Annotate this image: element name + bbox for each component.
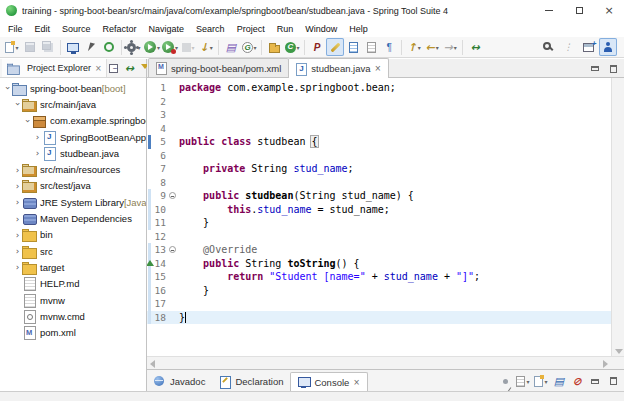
code-text[interactable]: [179, 230, 624, 244]
tree-item-springbootbeanapplication-java[interactable]: ›SpringBootBeanApplication.java: [0, 129, 146, 145]
tree-item-src-test-java[interactable]: ›src/test/java: [0, 178, 146, 194]
code-line-9[interactable]: 9 public studbean(String stud_name) {: [147, 189, 624, 203]
code-text[interactable]: private String stud_name;: [179, 162, 624, 176]
chevron-collapsed-icon[interactable]: ›: [13, 246, 22, 256]
code-line-15[interactable]: 15 return "Student [name=" + stud_name +…: [147, 270, 624, 284]
minimize-view-icon[interactable]: [588, 62, 601, 75]
collapse-all-icon[interactable]: [107, 62, 120, 75]
chevron-expanded-icon[interactable]: ›: [3, 84, 13, 93]
link-with-editor-icon[interactable]: [123, 62, 136, 75]
code-text[interactable]: package com.example.springboot.bean;: [179, 81, 624, 95]
code-line-14[interactable]: 14 public String toString() {: [147, 257, 624, 271]
dropdown-arrow-icon[interactable]: ▾: [544, 378, 547, 385]
tree-item-jre-system-library[interactable]: ›JRE System Library [JavaSE-11]: [0, 194, 146, 210]
dropdown-arrow-icon[interactable]: ▾: [15, 44, 18, 51]
code-text[interactable]: public String toString() {: [179, 257, 624, 271]
code-line-18[interactable]: 18}: [147, 311, 624, 325]
code-text[interactable]: [179, 108, 624, 122]
chevron-collapsed-icon[interactable]: ›: [13, 262, 22, 272]
maximize-view-icon[interactable]: [607, 62, 620, 75]
code-line-7[interactable]: 7 private String stud_name;: [147, 162, 624, 176]
close-tab-icon[interactable]: ×: [375, 64, 382, 73]
code-line-4[interactable]: 4: [147, 122, 624, 136]
search-icon[interactable]: [539, 38, 557, 56]
open-console-icon[interactable]: [64, 38, 82, 56]
code-line-8[interactable]: 8: [147, 176, 624, 190]
close-view-icon[interactable]: ×: [95, 64, 102, 73]
tree-item-mvnw[interactable]: mvnw: [0, 292, 146, 308]
pin-console-icon[interactable]: [498, 374, 512, 388]
menu-project[interactable]: Project: [231, 23, 271, 35]
dropdown-arrow-icon[interactable]: ▾: [157, 44, 160, 51]
scroll-down-icon[interactable]: [615, 349, 623, 354]
close-tab-icon[interactable]: ×: [353, 378, 360, 387]
dropdown-arrow-icon[interactable]: ▾: [297, 44, 300, 51]
chevron-collapsed-icon[interactable]: ›: [13, 230, 22, 240]
tree-item-maven-dependencies[interactable]: ›Maven Dependencies: [0, 210, 146, 226]
code-line-1[interactable]: 1package com.example.springboot.bean;: [147, 81, 624, 95]
scroll-left-icon[interactable]: [150, 360, 155, 368]
mark-occurrences-icon[interactable]: [326, 38, 344, 56]
chevron-collapsed-icon[interactable]: ›: [13, 197, 22, 207]
chevron-expanded-icon[interactable]: ›: [23, 116, 33, 125]
menu-edit[interactable]: Edit: [29, 23, 57, 35]
menu-refactor[interactable]: Refactor: [97, 23, 143, 35]
code-text[interactable]: return "Student [name=" + stud_name + "]…: [179, 270, 624, 284]
profile-icon[interactable]: ▾: [161, 38, 179, 56]
code-text[interactable]: @Override: [179, 243, 624, 257]
code-area[interactable]: 1package com.example.springboot.bean;234…: [147, 78, 624, 356]
dropdown-arrow-icon[interactable]: ▾: [254, 44, 257, 51]
dropdown-arrow-icon[interactable]: ▾: [526, 378, 529, 385]
back-history-icon[interactable]: ▾: [423, 38, 441, 56]
chevron-collapsed-icon[interactable]: ›: [33, 132, 42, 142]
code-line-12[interactable]: 12: [147, 230, 624, 244]
code-text[interactable]: }: [179, 284, 624, 298]
scroll-right-icon[interactable]: [603, 360, 608, 368]
show-whitespace-icon[interactable]: [380, 38, 398, 56]
code-line-2[interactable]: 2: [147, 95, 624, 109]
dropdown-arrow-icon[interactable]: ▾: [192, 44, 195, 51]
display-selected-console-icon[interactable]: ▾: [516, 374, 530, 388]
code-editor[interactable]: 1package com.example.springboot.bean;234…: [147, 78, 624, 369]
minimize-view-icon[interactable]: [588, 374, 602, 388]
code-line-3[interactable]: 3: [147, 108, 624, 122]
fold-collapse-icon[interactable]: [169, 246, 176, 253]
code-text[interactable]: [179, 297, 624, 311]
menu-source[interactable]: Source: [56, 23, 97, 35]
open-task-icon[interactable]: [362, 38, 380, 56]
tree-item-pom-xml[interactable]: pom.xml: [0, 324, 146, 340]
vertical-scrollbar[interactable]: [611, 78, 624, 356]
code-text[interactable]: }: [179, 311, 624, 325]
dropdown-arrow-icon[interactable]: ▾: [137, 44, 140, 51]
menu-run[interactable]: Run: [271, 23, 300, 35]
new-wizard-icon[interactable]: ▾: [3, 38, 21, 56]
code-text[interactable]: public studbean(String stud_name) {: [179, 189, 624, 203]
chevron-collapsed-icon[interactable]: ›: [13, 165, 22, 175]
tree-item-help-md[interactable]: HELP.md: [0, 276, 146, 292]
debug-icon[interactable]: ▾: [125, 38, 143, 56]
minimize-button[interactable]: [534, 0, 564, 21]
tree-item-mvnw-cmd[interactable]: mvnw.cmd: [0, 308, 146, 324]
tree-item-studbean-java[interactable]: ›studbean.java: [0, 145, 146, 161]
maximize-button[interactable]: [564, 0, 594, 21]
forward-history-icon[interactable]: ▾: [441, 38, 459, 56]
tree-item-bin[interactable]: ›bin: [0, 227, 146, 243]
dropdown-arrow-icon[interactable]: ▾: [454, 44, 457, 51]
stack-trace-console-icon[interactable]: [552, 374, 566, 388]
tree-item-src[interactable]: ›src: [0, 243, 146, 259]
dropdown-arrow-icon[interactable]: ▾: [210, 44, 213, 51]
fold-collapse-icon[interactable]: [169, 192, 176, 199]
code-line-16[interactable]: 16 }: [147, 284, 624, 298]
tab-declaration[interactable]: Declaration: [212, 372, 290, 391]
coverage-icon[interactable]: ▾: [240, 38, 258, 56]
tree-item-target[interactable]: ›target: [0, 259, 146, 275]
tab-javadoc[interactable]: Javadoc: [147, 372, 212, 391]
editor-tab-spring-boot-bean-pom-xml[interactable]: spring-boot-bean/pom.xml: [148, 58, 289, 77]
code-line-11[interactable]: 11 }: [147, 216, 624, 230]
code-line-5[interactable]: 5public class studbean {: [147, 135, 624, 149]
perspective-separator-icon[interactable]: [559, 38, 577, 56]
horizontal-scrollbar[interactable]: [147, 356, 624, 369]
step-icon[interactable]: ▾: [197, 38, 215, 56]
code-line-13[interactable]: 13 @Override: [147, 243, 624, 257]
select-pointer-icon[interactable]: [82, 38, 100, 56]
